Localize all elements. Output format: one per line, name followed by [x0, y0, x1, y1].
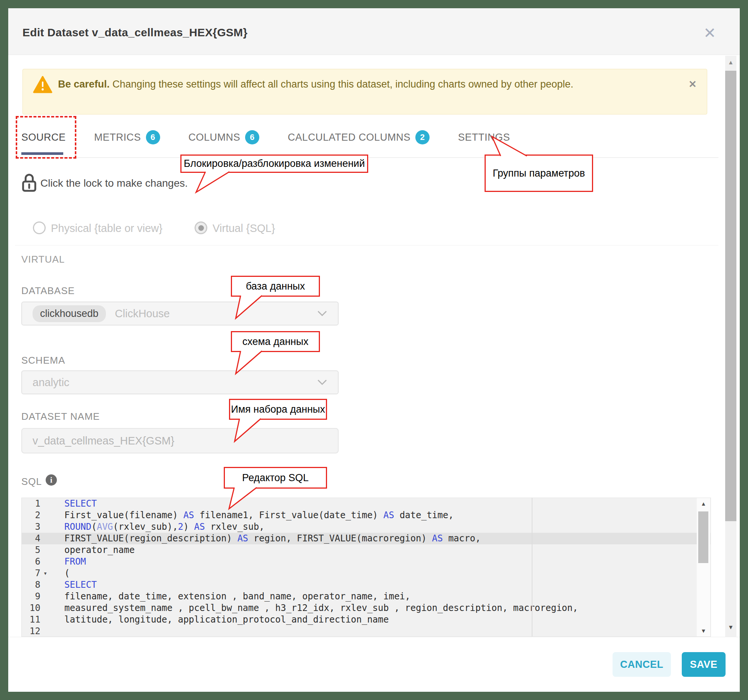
schema-value: analytic — [33, 377, 69, 389]
annotation-lock-toggle: Блокировка/разблокировка изменений — [180, 155, 368, 173]
radio-virtual-label: Virtual {SQL} — [213, 222, 275, 235]
line-number: 2 — [22, 510, 40, 521]
sql-code: operator_name — [50, 544, 135, 556]
annotation-tail — [487, 135, 533, 158]
fold-spacer — [40, 510, 50, 521]
annotation-tail — [230, 295, 268, 320]
line-number: 1 — [22, 498, 40, 510]
sql-line: 8SELECT — [22, 579, 711, 591]
radio-physical — [33, 222, 46, 234]
print-margin-line — [532, 498, 532, 637]
scroll-up-icon[interactable]: ▲ — [697, 500, 710, 507]
annotation-tail — [230, 350, 268, 376]
warning-close-icon[interactable]: ✕ — [689, 79, 697, 90]
sql-code: First_value(filename) AS filename1, Firs… — [50, 510, 453, 521]
line-number: 6 — [22, 556, 40, 568]
fold-caret-icon[interactable]: ▾ — [40, 568, 50, 579]
fold-spacer — [40, 579, 50, 591]
sql-code: filename, date_time, extension , band_na… — [50, 591, 410, 602]
tab-calculated-columns[interactable]: CALCULATED COLUMNS2 — [288, 130, 430, 144]
tab-metrics[interactable]: METRICS6 — [94, 130, 160, 144]
sql-editor-lines: 1SELECT2First_value(filename) AS filenam… — [22, 498, 711, 637]
database-select: clickhousedb ClickHouse — [21, 302, 339, 325]
chevron-down-icon — [317, 379, 327, 386]
sql-code: SELECT — [50, 579, 97, 591]
line-number: 8 — [22, 579, 40, 591]
sql-line: 3ROUND(AVG(rxlev_sub),2) AS rxlev_sub, — [22, 521, 711, 533]
chevron-down-icon — [317, 310, 327, 317]
fold-spacer — [40, 602, 50, 614]
fold-spacer — [40, 591, 50, 602]
fold-spacer — [40, 498, 50, 510]
info-icon: i — [46, 474, 57, 486]
dataset-name-value: v_data_cellmeas_HEX{GSM} — [33, 435, 174, 447]
warning-text: Be careful. Changing these settings will… — [58, 77, 660, 92]
annotation-tail — [229, 418, 266, 444]
scroll-up-icon[interactable]: ▲ — [725, 59, 736, 66]
tab-bar: SOURCE METRICS6 COLUMNS6 CALCULATED COLU… — [21, 130, 510, 144]
fold-spacer — [40, 533, 50, 544]
database-pill: clickhousedb — [33, 305, 106, 322]
annotation-settings-groups: Группы параметров — [485, 155, 593, 192]
sql-line: 4FIRST_VALUE(region_description) AS regi… — [22, 533, 711, 544]
fold-spacer — [40, 544, 50, 556]
warning-triangle-icon — [33, 76, 52, 94]
dataset-name-input: v_data_cellmeas_HEX{GSM} — [21, 428, 339, 454]
line-number: 3 — [22, 521, 40, 533]
sql-line: 12 — [22, 626, 711, 637]
annotation-schema: схема данных — [231, 331, 320, 352]
sql-line: 10measured_system_name , pcell_bw_name ,… — [22, 602, 711, 614]
scroll-down-icon[interactable]: ▼ — [697, 627, 710, 634]
footer-divider — [8, 637, 740, 637]
line-number: 5 — [22, 544, 40, 556]
sql-code: FROM — [50, 556, 86, 568]
radio-virtual-dot — [198, 225, 204, 231]
sql-line: 7▾( — [22, 568, 711, 579]
annotation-sql-editor: Редактор SQL — [224, 467, 327, 489]
annotation-tail — [223, 486, 260, 511]
radio-virtual — [195, 222, 207, 234]
sql-line: 2First_value(filename) AS filename1, Fir… — [22, 510, 711, 521]
warning-bold: Be careful. — [58, 79, 109, 90]
columns-count-badge: 6 — [245, 130, 259, 144]
metrics-count-badge: 6 — [146, 130, 160, 144]
sql-code: measured_system_name , pcell_bw_name , h… — [50, 602, 578, 614]
sql-editor[interactable]: 1SELECT2First_value(filename) AS filenam… — [21, 498, 711, 637]
database-label: DATABASE — [21, 285, 75, 297]
annotation-dashed-box-source — [16, 116, 76, 159]
cancel-button[interactable]: CANCEL — [613, 652, 671, 677]
tab-columns[interactable]: COLUMNS6 — [189, 130, 260, 144]
modal-scrollbar-thumb[interactable] — [725, 71, 736, 521]
schema-select: analytic — [21, 370, 339, 394]
sql-line: 11latitude, longitude, application_proto… — [22, 614, 711, 626]
sql-code: ROUND(AVG(rxlev_sub),2) AS rxlev_sub, — [50, 521, 265, 533]
lock-icon[interactable] — [21, 173, 38, 193]
sql-label: SQL — [21, 476, 42, 487]
editor-scrollbar-thumb[interactable] — [698, 512, 708, 563]
fold-spacer — [40, 521, 50, 533]
sql-line: 1SELECT — [22, 498, 711, 510]
line-number: 9 — [22, 591, 40, 602]
sql-line: 6FROM — [22, 556, 711, 568]
line-number: 10 — [22, 602, 40, 614]
line-number: 11 — [22, 614, 40, 626]
close-icon[interactable]: ✕ — [704, 26, 716, 40]
fold-spacer — [40, 556, 50, 568]
fold-spacer — [40, 614, 50, 626]
line-number: 7 — [22, 568, 40, 579]
database-value: ClickHouse — [115, 308, 170, 320]
sql-code: latitude, longitude, application_protoco… — [50, 614, 389, 626]
line-number: 4 — [22, 533, 40, 544]
modal-title: Edit Dataset v_data_cellmeas_HEX{GSM} — [23, 26, 247, 39]
sql-code: FIRST_VALUE(region_description) AS regio… — [50, 533, 481, 544]
annotation-database: база данных — [231, 276, 320, 297]
save-button[interactable]: SAVE — [682, 652, 725, 677]
fold-spacer — [40, 626, 50, 637]
calculated-columns-count-badge: 2 — [415, 130, 430, 144]
warning-rest: Changing these settings will affect all … — [109, 79, 573, 90]
scroll-down-icon[interactable]: ▼ — [725, 624, 736, 631]
line-number: 12 — [22, 626, 40, 637]
lock-hint-text: Click the lock to make changes. — [40, 177, 188, 189]
dataset-name-label: DATASET NAME — [21, 411, 100, 422]
sql-code: SELECT — [50, 498, 97, 510]
